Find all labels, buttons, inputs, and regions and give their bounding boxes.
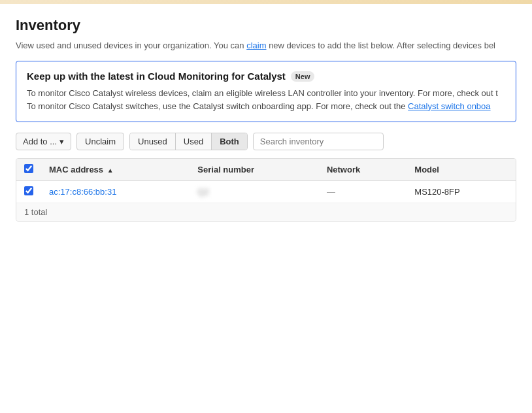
banner-line1: To monitor Cisco Catalyst wireless devic… (27, 87, 505, 100)
row-mac: ac:17:c8:66:bb:31 (41, 181, 190, 203)
table-row: ac:17:c8:66:bb:31 Q2 — MS120-8FP (16, 181, 516, 203)
unclaim-button[interactable]: Unclaim (76, 133, 124, 150)
add-to-button[interactable]: Add to ... ▾ (16, 133, 71, 150)
col-mac: MAC address ▲ (41, 159, 190, 181)
row-serial: Q2 (190, 181, 319, 203)
filter-group: Unused Used Both (129, 133, 248, 150)
row-model: MS120-8FP (407, 181, 516, 203)
claim-link[interactable]: claim (246, 41, 266, 50)
page-title: Inventory (16, 17, 516, 34)
add-to-label: Add to ... (23, 137, 57, 146)
banner-title-text: Keep up with the latest in Cloud Monitor… (27, 71, 286, 82)
inventory-table-container: MAC address ▲ Serial number Network Mode… (16, 158, 516, 222)
row-checkbox[interactable] (24, 186, 33, 195)
main-content: Inventory View used and unused devices i… (0, 4, 532, 235)
search-input[interactable] (253, 133, 384, 150)
catalyst-switch-link[interactable]: Catalyst switch onboa (408, 101, 490, 111)
row-network: — (319, 181, 407, 203)
table-total: 1 total (16, 203, 516, 222)
banner-line2: To monitor Cisco Catalyst switches, use … (27, 100, 505, 113)
description-suffix: new devices to add the list below. After… (267, 41, 495, 50)
select-all-cell[interactable] (16, 159, 41, 181)
col-network: Network (319, 159, 407, 181)
page-description: View used and unused devices in your org… (16, 41, 516, 50)
table-footer-row: 1 total (16, 203, 516, 222)
catalyst-banner: Keep up with the latest in Cloud Monitor… (16, 61, 516, 122)
description-prefix: View used and unused devices in your org… (16, 41, 246, 50)
dropdown-arrow-icon: ▾ (59, 137, 64, 146)
serial-value: Q2 (197, 187, 208, 197)
toolbar: Add to ... ▾ Unclaim Unused Used Both (16, 133, 516, 150)
banner-title-row: Keep up with the latest in Cloud Monitor… (27, 71, 505, 82)
filter-used-button[interactable]: Used (176, 133, 212, 150)
sort-asc-icon: ▲ (107, 167, 114, 174)
filter-both-button[interactable]: Both (212, 133, 247, 150)
col-model: Model (407, 159, 516, 181)
filter-unused-button[interactable]: Unused (130, 133, 176, 150)
mac-link[interactable]: ac:17:c8:66:bb:31 (49, 187, 116, 197)
new-badge: New (291, 71, 315, 82)
inventory-table: MAC address ▲ Serial number Network Mode… (16, 159, 516, 221)
table-header-row: MAC address ▲ Serial number Network Mode… (16, 159, 516, 181)
select-all-checkbox[interactable] (24, 164, 33, 173)
row-checkbox-cell[interactable] (16, 181, 41, 203)
col-serial: Serial number (190, 159, 319, 181)
